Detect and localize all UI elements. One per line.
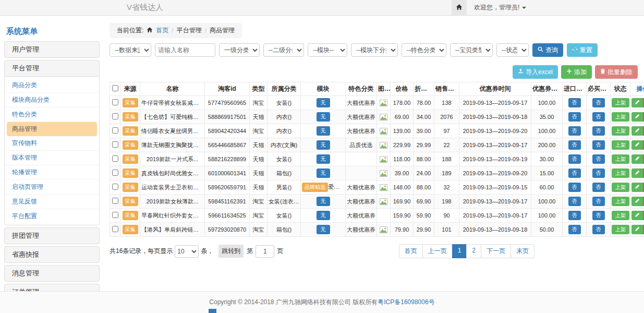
sidebar-item-5[interactable]: 版本管理 xyxy=(5,151,99,165)
edit-button[interactable] xyxy=(631,154,643,164)
cell-dprice: 29.99 xyxy=(414,138,434,152)
import-select-toggle[interactable]: 否 xyxy=(568,140,581,150)
name-search-input[interactable] xyxy=(155,43,215,57)
must-buy-toggle[interactable]: 否 xyxy=(592,154,605,164)
filter-item-type-select[interactable]: --宝贝类型-- xyxy=(450,43,493,57)
status-button[interactable]: 上架 xyxy=(612,183,629,192)
filter-status-select[interactable]: --状态-- xyxy=(496,43,529,57)
sidebar-item-1[interactable]: 模块商品分类 xyxy=(5,93,99,107)
filter-module-select[interactable]: --模块-- xyxy=(308,43,347,57)
status-button[interactable]: 上架 xyxy=(612,168,629,178)
row-checkbox[interactable] xyxy=(112,127,118,134)
sidebar-section-1[interactable]: 平台管理 xyxy=(5,61,99,76)
edit-button[interactable] xyxy=(631,98,643,107)
page-button-1[interactable]: 上一页 xyxy=(422,244,453,258)
cell-sales: 32 xyxy=(434,180,459,195)
edit-button[interactable] xyxy=(631,225,643,234)
edit-button[interactable] xyxy=(631,168,643,178)
sidebar-item-2[interactable]: 特色分类 xyxy=(5,107,99,122)
page-button-4[interactable]: 下一页 xyxy=(481,244,511,258)
must-buy-toggle[interactable]: 否 xyxy=(592,112,605,122)
edit-button[interactable] xyxy=(631,126,643,136)
reset-button[interactable]: 重置 xyxy=(567,43,598,57)
sidebar-item-6[interactable]: 轮播管理 xyxy=(5,165,99,180)
status-button[interactable]: 上架 xyxy=(612,225,629,234)
import-select-toggle[interactable]: 否 xyxy=(568,197,581,206)
filter-feature-category-select[interactable]: --特色分类-- xyxy=(402,43,446,57)
must-buy-toggle[interactable]: 否 xyxy=(592,183,605,192)
sidebar-item-4[interactable]: 宣传物料 xyxy=(5,136,99,151)
page-button-0[interactable]: 首页 xyxy=(399,244,423,258)
sidebar-item-3[interactable]: 商品管理 xyxy=(7,122,97,136)
per-page-select[interactable]: 10 xyxy=(175,245,199,258)
query-button[interactable]: 查询 xyxy=(532,43,563,57)
row-checkbox[interactable] xyxy=(112,99,118,105)
import-select-toggle[interactable]: 否 xyxy=(568,154,581,164)
page-number-input[interactable] xyxy=(256,245,274,258)
filter-data-source-select[interactable]: --数据来源-- xyxy=(110,43,151,57)
must-buy-toggle[interactable]: 否 xyxy=(592,197,605,206)
cell-name: 【七色纺】可爱纯棉家... xyxy=(140,110,205,124)
sidebar-item-8[interactable]: 意见反馈 xyxy=(5,195,99,209)
status-button[interactable]: 上架 xyxy=(612,154,629,164)
row-checkbox[interactable] xyxy=(112,155,118,162)
edit-button[interactable] xyxy=(631,140,643,150)
must-buy-toggle[interactable]: 否 xyxy=(592,126,605,136)
sidebar-item-7[interactable]: 启动页管理 xyxy=(5,180,99,195)
filter-level2-category-select[interactable]: --二级分类-- xyxy=(263,43,304,57)
row-checkbox[interactable] xyxy=(112,226,118,232)
edit-button[interactable] xyxy=(631,197,643,206)
import-select-toggle[interactable]: 否 xyxy=(568,126,581,136)
page-button-5[interactable]: 末页 xyxy=(511,244,534,258)
home-nav-button[interactable] xyxy=(452,0,467,15)
edit-button[interactable] xyxy=(631,211,643,220)
add-button[interactable]: 添加 xyxy=(561,65,592,79)
import-excel-button[interactable]: 导入excel xyxy=(513,65,558,79)
status-button[interactable]: 上架 xyxy=(612,98,629,107)
status-button[interactable]: 上架 xyxy=(612,112,629,122)
row-checkbox[interactable] xyxy=(112,198,118,204)
must-buy-toggle[interactable]: 否 xyxy=(592,225,605,234)
row-checkbox[interactable] xyxy=(112,170,118,176)
batch-delete-button[interactable]: 批量删除 xyxy=(595,65,638,79)
page-button-2[interactable]: 1 xyxy=(452,244,467,258)
import-select-toggle[interactable]: 否 xyxy=(568,112,581,122)
filter-module-subcategory-select[interactable]: --模块下分类-- xyxy=(351,43,398,57)
sidebar-section-2[interactable]: 拼团管理 xyxy=(5,228,99,244)
status-button[interactable]: 上架 xyxy=(612,126,629,136)
row-checkbox[interactable] xyxy=(112,212,118,218)
cell-status: 上架 xyxy=(611,152,630,166)
import-select-toggle[interactable]: 否 xyxy=(568,168,581,178)
import-select-toggle[interactable]: 否 xyxy=(568,211,581,220)
must-buy-toggle[interactable]: 否 xyxy=(592,140,605,150)
status-button[interactable]: 上架 xyxy=(612,140,629,150)
status-button[interactable]: 上架 xyxy=(612,197,629,206)
column-header-name: 名称 xyxy=(140,82,205,96)
must-buy-toggle[interactable]: 否 xyxy=(592,98,605,107)
sidebar-item-0[interactable]: 商品分类 xyxy=(5,78,99,93)
sidebar-section-4[interactable]: 消息管理 xyxy=(5,266,99,281)
import-select-toggle[interactable]: 否 xyxy=(568,98,581,107)
row-checkbox[interactable] xyxy=(112,141,118,148)
sidebar-section-0[interactable]: 用户管理 xyxy=(5,42,99,57)
status-button[interactable]: 上架 xyxy=(612,211,629,220)
import-select-toggle[interactable]: 否 xyxy=(568,225,581,234)
must-buy-toggle[interactable]: 否 xyxy=(592,168,605,178)
page-button-3[interactable]: 2 xyxy=(466,244,481,258)
row-checkbox[interactable] xyxy=(112,113,118,119)
import-select-toggle[interactable]: 否 xyxy=(568,183,581,192)
table-actions: 导入excel 添加 批量删除 xyxy=(110,65,638,79)
sidebar-item-9[interactable]: 平台配置 xyxy=(5,209,99,223)
row-checkbox[interactable] xyxy=(112,184,118,190)
edit-button[interactable] xyxy=(631,183,643,192)
filter-level1-category-select[interactable]: 一级分类 xyxy=(219,43,260,57)
sidebar-section-3[interactable]: 省惠快报 xyxy=(5,247,99,262)
jump-to-button[interactable]: 跳转到 xyxy=(218,245,244,258)
icp-link[interactable]: 粤ICP备16098006号 xyxy=(378,298,434,307)
edit-button[interactable] xyxy=(631,112,643,122)
must-buy-toggle[interactable]: 否 xyxy=(592,211,605,220)
user-menu[interactable]: 欢迎您，管理员! xyxy=(474,3,526,12)
select-all-checkbox[interactable] xyxy=(112,85,118,91)
breadcrumb-home-link[interactable]: 首页 xyxy=(156,26,168,35)
source-badge: 采集 xyxy=(123,140,138,150)
